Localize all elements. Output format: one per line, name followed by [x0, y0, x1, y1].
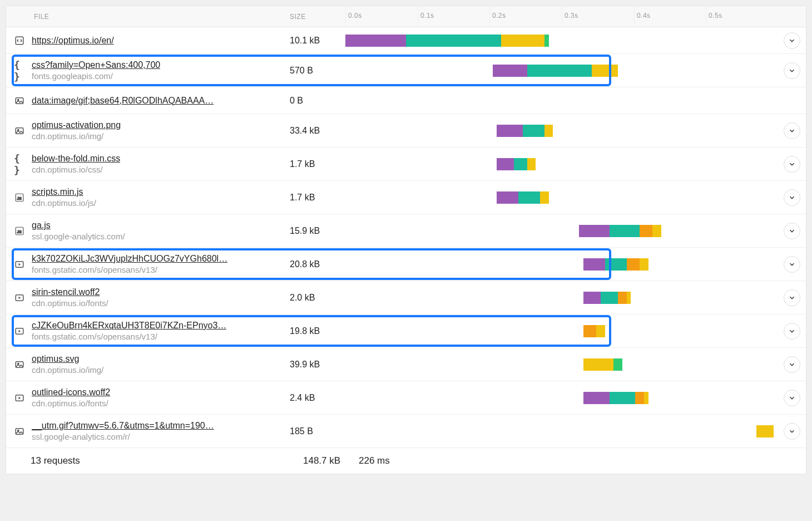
- media-icon: [14, 259, 25, 270]
- file-name[interactable]: sirin-stencil.woff2: [32, 287, 108, 297]
- tick: 0.3s: [562, 6, 562, 27]
- expand-button[interactable]: [784, 156, 800, 173]
- timing-bar[interactable]: [345, 225, 778, 237]
- file-name[interactable]: __utm.gif?utmwv=5.6.7&utms=1&utmn=190…: [32, 421, 214, 431]
- timing-bar[interactable]: [345, 125, 778, 137]
- timing-segment: [592, 65, 618, 77]
- file-host: fonts.googleapis.com/: [32, 71, 160, 81]
- timing-segment: [497, 125, 523, 137]
- timing-segment: [579, 225, 609, 237]
- file-name[interactable]: optimus-activation.png: [32, 120, 121, 130]
- tick: 0.4s: [634, 6, 635, 27]
- media-icon: [14, 292, 25, 303]
- timing-segment: [501, 35, 544, 47]
- expand-button[interactable]: [784, 32, 800, 49]
- file-name[interactable]: optimus.svg: [32, 354, 103, 364]
- file-name[interactable]: k3k702ZOKiLJc3WVjuplzHhCUOGz7vYGh680l…: [32, 254, 227, 264]
- timing-segment: [601, 292, 618, 304]
- col-header-size[interactable]: SIZE: [290, 13, 345, 21]
- size-cell: 33.4 kB: [290, 126, 345, 136]
- file-cell: __utm.gif?utmwv=5.6.7&utms=1&utmn=190…ss…: [6, 421, 290, 441]
- timing-bar[interactable]: [345, 191, 778, 204]
- network-waterfall-panel: FILE SIZE 0.0s0.1s0.2s0.3s0.4s0.5s https…: [6, 6, 806, 474]
- timing-bar[interactable]: [345, 65, 778, 77]
- image-icon: [14, 95, 25, 106]
- expand-button[interactable]: [784, 423, 800, 440]
- file-host: cdn.optimus.io/css/: [32, 165, 120, 174]
- file-host: cdn.optimus.io/js/: [32, 198, 96, 208]
- size-cell: 185 B: [290, 426, 345, 436]
- timing-bar[interactable]: [345, 425, 778, 438]
- svg-text:JS: JS: [17, 196, 22, 200]
- size-cell: 10.1 kB: [290, 36, 345, 46]
- file-name[interactable]: data:image/gif;base64,R0lGODlhAQABAAA…: [32, 96, 214, 106]
- table-row[interactable]: JSscripts.min.jscdn.optimus.io/js/1.7 kB: [6, 181, 806, 214]
- timing-bar[interactable]: [345, 158, 778, 170]
- timing-segment: [523, 125, 544, 137]
- timing-bar[interactable]: [345, 258, 778, 271]
- table-row[interactable]: optimus.svgcdn.optimus.io/img/39.9 kB: [6, 348, 806, 381]
- file-name[interactable]: css?family=Open+Sans:400,700: [32, 60, 160, 70]
- expand-button[interactable]: [784, 122, 800, 139]
- timing-segment: [493, 65, 527, 77]
- timing-segment: [640, 225, 652, 237]
- file-host: ssl.google-analytics.com/r/: [32, 432, 214, 441]
- expand-button[interactable]: [784, 289, 800, 306]
- timing-bar[interactable]: [345, 95, 778, 107]
- table-row[interactable]: { }below-the-fold.min.csscdn.optimus.io/…: [6, 148, 806, 181]
- file-host: ssl.google-analytics.com/: [32, 232, 125, 241]
- table-row[interactable]: sirin-stencil.woff2cdn.optimus.io/fonts/…: [6, 281, 806, 314]
- file-name[interactable]: below-the-fold.min.css: [32, 154, 120, 164]
- timing-bar[interactable]: [345, 392, 778, 404]
- timing-segment: [610, 225, 640, 237]
- expand-button[interactable]: [784, 256, 800, 273]
- file-name[interactable]: scripts.min.js: [32, 187, 96, 197]
- table-row[interactable]: JSga.jsssl.google-analytics.com/15.9 kB: [6, 214, 806, 248]
- tick-label: 0.5s: [709, 12, 722, 19]
- timing-bar[interactable]: [345, 358, 778, 371]
- timing-segment: [583, 358, 613, 371]
- timing-segment: [527, 65, 592, 77]
- file-cell: optimus-activation.pngcdn.optimus.io/img…: [6, 120, 290, 141]
- timing-bar[interactable]: [345, 292, 778, 304]
- table-row[interactable]: { }css?family=Open+Sans:400,700fonts.goo…: [6, 54, 806, 87]
- size-cell: 1.7 kB: [290, 159, 345, 169]
- expand-button[interactable]: [784, 323, 800, 340]
- js-icon: JS: [14, 225, 25, 237]
- expand-button[interactable]: [784, 62, 800, 79]
- size-cell: 20.8 kB: [290, 259, 345, 269]
- expand-button[interactable]: [784, 189, 800, 206]
- timing-bar[interactable]: [345, 35, 778, 47]
- table-row[interactable]: data:image/gif;base64,R0lGODlhAQABAAA…0 …: [6, 87, 806, 114]
- media-icon: [14, 326, 25, 337]
- file-cell: { }below-the-fold.min.csscdn.optimus.io/…: [6, 154, 290, 174]
- file-name[interactable]: cJZKeOuBrn4kERxqtaUH3T8E0i7KZn-EPnyo3…: [32, 321, 226, 331]
- file-name[interactable]: ga.js: [32, 220, 125, 230]
- expand-button[interactable]: [784, 223, 800, 239]
- timing-bar[interactable]: [345, 325, 778, 337]
- tick: 0.5s: [706, 6, 706, 27]
- footer-requests: 13 requests: [31, 455, 80, 466]
- col-header-file[interactable]: FILE: [6, 13, 290, 21]
- file-name[interactable]: outlined-icons.woff2: [32, 387, 110, 397]
- braces-icon: { }: [14, 65, 25, 76]
- table-row[interactable]: outlined-icons.woff2cdn.optimus.io/fonts…: [6, 381, 806, 415]
- file-host: cdn.optimus.io/img/: [32, 131, 121, 141]
- table-row[interactable]: optimus-activation.pngcdn.optimus.io/img…: [6, 114, 806, 148]
- table-row[interactable]: cJZKeOuBrn4kERxqtaUH3T8E0i7KZn-EPnyo3…fo…: [6, 314, 806, 348]
- expand-button[interactable]: [784, 390, 800, 406]
- svg-rect-1: [16, 97, 23, 104]
- table-row[interactable]: https://optimus.io/en/10.1 kB: [6, 27, 806, 54]
- timing-segment: [613, 358, 622, 371]
- size-cell: 2.0 kB: [290, 293, 345, 303]
- file-name[interactable]: https://optimus.io/en/: [32, 36, 114, 46]
- timing-segment: [583, 325, 596, 337]
- file-host: cdn.optimus.io/fonts/: [32, 399, 110, 408]
- tick: 0.0s: [345, 6, 346, 27]
- file-host: fonts.gstatic.com/s/opensans/v13/: [32, 265, 227, 274]
- expand-button[interactable]: [784, 356, 800, 373]
- table-row[interactable]: __utm.gif?utmwv=5.6.7&utms=1&utmn=190…ss…: [6, 415, 806, 448]
- timing-segment: [497, 158, 514, 170]
- timing-segment: [596, 325, 605, 337]
- table-row[interactable]: k3k702ZOKiLJc3WVjuplzHhCUOGz7vYGh680l…fo…: [6, 248, 806, 281]
